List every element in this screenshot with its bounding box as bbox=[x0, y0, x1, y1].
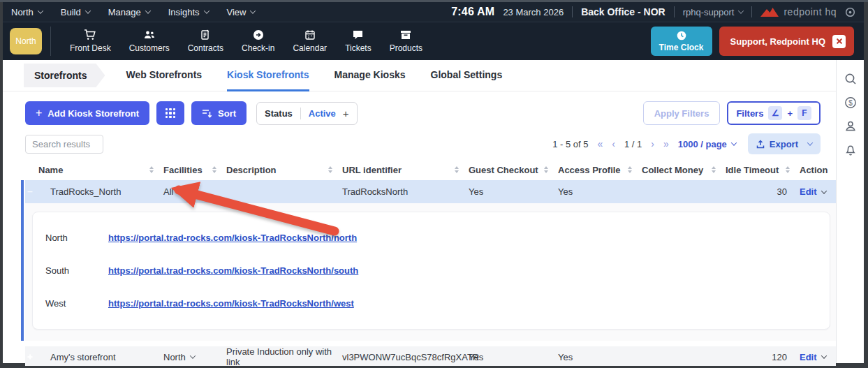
sort-carets-icon[interactable] bbox=[712, 166, 726, 174]
clock-icon bbox=[677, 31, 686, 41]
redpoint-logo-icon bbox=[760, 7, 779, 17]
header-label: Name bbox=[38, 165, 63, 175]
menu-view[interactable]: View bbox=[227, 7, 256, 17]
sort-carets-icon[interactable] bbox=[212, 166, 226, 174]
eye-icon[interactable] bbox=[845, 7, 855, 17]
facilities-value: All bbox=[163, 186, 173, 197]
nav-tickets[interactable]: Tickets bbox=[336, 29, 381, 53]
column-header-idle-timeout[interactable]: Idle Timeout bbox=[726, 165, 800, 175]
brand-logo: redpoint hq bbox=[760, 6, 837, 17]
export-button[interactable]: Export bbox=[748, 133, 821, 154]
calendar-icon bbox=[304, 29, 316, 41]
search-input[interactable] bbox=[25, 135, 103, 154]
facilities-dropdown[interactable]: North bbox=[163, 352, 226, 362]
sort-carets-icon[interactable] bbox=[786, 166, 800, 174]
column-header-collect-money[interactable]: Collect Money bbox=[642, 165, 726, 175]
header-label: Facilities bbox=[163, 165, 203, 175]
user-icon[interactable] bbox=[844, 120, 857, 133]
table-row[interactable]: Amy's storefront North Private Induction… bbox=[25, 346, 836, 366]
sort-carets-icon[interactable] bbox=[455, 166, 469, 174]
facility-badge[interactable]: North bbox=[10, 28, 42, 54]
column-header-access-profile[interactable]: Access Profile bbox=[558, 165, 642, 175]
kiosk-url-link[interactable]: https://portal.trad-rocks.com/kiosk-Trad… bbox=[108, 298, 354, 309]
facilities-dropdown[interactable]: All bbox=[163, 186, 226, 197]
menu-label: Build bbox=[61, 7, 81, 17]
column-header-facilities[interactable]: Facilities bbox=[163, 165, 226, 175]
status-filter-add-button[interactable]: + bbox=[341, 108, 357, 119]
column-header-description[interactable]: Description bbox=[226, 165, 342, 175]
nav-customers[interactable]: Customers bbox=[120, 29, 179, 53]
divider bbox=[751, 6, 752, 17]
menu-label: Manage bbox=[108, 7, 141, 17]
edit-action[interactable]: Edit bbox=[800, 186, 836, 197]
pagination-range: 1 - 5 of 5 bbox=[552, 139, 588, 149]
last-page-button[interactable]: » bbox=[663, 138, 669, 149]
menu-manage[interactable]: Manage bbox=[108, 7, 150, 17]
edit-label: Edit bbox=[800, 352, 817, 362]
sort-carets-icon[interactable] bbox=[149, 166, 163, 174]
status-filter-pill: Status Active + bbox=[256, 102, 358, 125]
box-icon bbox=[399, 29, 412, 41]
status-filter-value[interactable]: Active bbox=[301, 108, 341, 119]
close-icon[interactable] bbox=[832, 35, 846, 48]
page-indicator: 1 / 1 bbox=[624, 139, 642, 149]
header-label: Description bbox=[226, 165, 277, 175]
cell-name: TradRocks_North bbox=[46, 186, 163, 197]
edit-action[interactable]: Edit bbox=[800, 352, 836, 362]
add-kiosk-storefront-button[interactable]: + Add Kiosk Storefront bbox=[25, 101, 149, 125]
sort-carets-icon[interactable] bbox=[544, 166, 558, 174]
tab-manage-kiosks[interactable]: Manage Kiosks bbox=[334, 60, 406, 91]
chevron-down-icon bbox=[84, 8, 90, 13]
nav-calendar[interactable]: Calendar bbox=[284, 29, 336, 53]
first-page-button[interactable]: « bbox=[597, 138, 603, 149]
per-page-value: 1000 / page bbox=[678, 139, 727, 149]
tab-kiosk-storefronts[interactable]: Kiosk Storefronts bbox=[227, 60, 309, 91]
sort-carets-icon[interactable] bbox=[628, 166, 642, 174]
column-header-name[interactable]: Name bbox=[25, 165, 163, 175]
chat-icon bbox=[352, 29, 364, 41]
menu-north[interactable]: North bbox=[11, 7, 43, 17]
cell-description: Private Induction only with link bbox=[226, 346, 342, 367]
nav-front-desk[interactable]: Front Desk bbox=[61, 29, 120, 53]
cell-access-profile: Yes bbox=[558, 186, 642, 197]
add-button-label: Add Kiosk Storefront bbox=[47, 108, 139, 119]
cell-access-profile: Yes bbox=[558, 352, 642, 362]
kiosk-facility-label: South bbox=[45, 265, 89, 276]
pagination: 1 - 5 of 5 « ‹ 1 / 1 › » 1000 / page Exp… bbox=[552, 133, 821, 154]
kiosk-url-link[interactable]: https://portal.trad-rocks.com/kiosk-Trad… bbox=[108, 265, 358, 276]
prev-page-button[interactable]: ‹ bbox=[612, 138, 615, 149]
bell-icon[interactable] bbox=[844, 144, 857, 156]
column-header-action: Action bbox=[800, 165, 836, 175]
apply-filters-button[interactable]: Apply Filters bbox=[643, 101, 721, 125]
per-page-select[interactable]: 1000 / page bbox=[678, 139, 736, 149]
column-header-guest-checkout[interactable]: Guest Checkout bbox=[469, 165, 558, 175]
filters-button[interactable]: Filters ∠ + F bbox=[727, 101, 821, 125]
chevron-down-icon bbox=[821, 353, 826, 358]
support-session-button[interactable]: Support, Redpoint HQ bbox=[719, 27, 854, 56]
tab-global-settings[interactable]: Global Settings bbox=[431, 60, 503, 91]
nav-check-in[interactable]: Check-in bbox=[233, 29, 284, 53]
nav-label: Contracts bbox=[188, 43, 223, 53]
nav-products[interactable]: Products bbox=[381, 29, 432, 53]
menu-build[interactable]: Build bbox=[61, 7, 90, 17]
menu-insights[interactable]: Insights bbox=[168, 7, 209, 17]
sort-carets-icon[interactable] bbox=[328, 166, 342, 174]
sort-button[interactable]: Sort bbox=[191, 101, 247, 125]
nav-contracts[interactable]: Contracts bbox=[179, 29, 233, 53]
payments-icon[interactable]: $ bbox=[844, 96, 857, 109]
divider bbox=[674, 6, 675, 17]
column-header-url-identifier[interactable]: URL identifier bbox=[342, 165, 469, 175]
grid-view-button[interactable] bbox=[156, 101, 184, 125]
shortcut-plus: + bbox=[787, 108, 793, 119]
next-page-button[interactable]: › bbox=[651, 138, 654, 149]
tab-web-storefronts[interactable]: Web Storefronts bbox=[126, 60, 202, 91]
table-row[interactable]: TradRocks_North All TradRocksNorth Yes Y… bbox=[25, 180, 836, 203]
shortcut-f-key: F bbox=[797, 106, 811, 120]
account-menu[interactable]: rphq-support bbox=[683, 7, 744, 17]
search-icon[interactable] bbox=[844, 73, 857, 85]
time-clock-button[interactable]: Time Clock bbox=[651, 27, 712, 56]
menu-label: View bbox=[227, 7, 247, 17]
nav-label: Check-in bbox=[242, 43, 274, 53]
kiosk-storefronts-table: Name Facilities Description URL identifi… bbox=[25, 159, 836, 366]
kiosk-url-link[interactable]: https://portal.trad-rocks.com/kiosk-Trad… bbox=[108, 233, 357, 243]
